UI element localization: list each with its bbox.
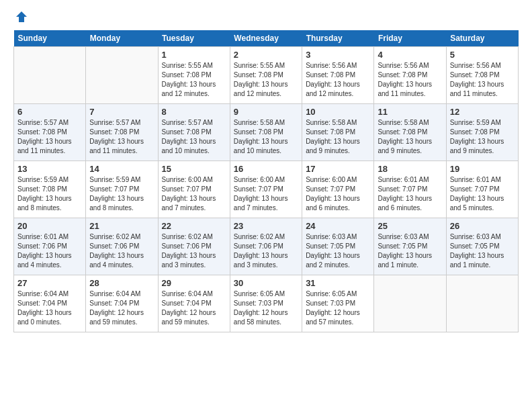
day-number: 30 — [234, 278, 298, 288]
day-number: 1 — [162, 50, 226, 60]
col-header-tuesday: Tuesday — [158, 30, 230, 47]
calendar-cell — [374, 275, 446, 332]
day-info: Sunrise: 6:04 AM Sunset: 7:04 PM Dayligh… — [17, 289, 82, 327]
day-info: Sunrise: 5:59 AM Sunset: 7:07 PM Dayligh… — [89, 175, 154, 213]
day-number: 26 — [450, 221, 515, 231]
day-info: Sunrise: 5:59 AM Sunset: 7:08 PM Dayligh… — [17, 175, 82, 213]
day-number: 28 — [89, 278, 154, 288]
day-number: 20 — [17, 221, 82, 231]
calendar-cell: 17Sunrise: 6:00 AM Sunset: 7:07 PM Dayli… — [302, 161, 374, 218]
calendar-cell: 9Sunrise: 5:58 AM Sunset: 7:08 PM Daylig… — [230, 104, 302, 161]
calendar-cell: 31Sunrise: 6:05 AM Sunset: 7:03 PM Dayli… — [302, 275, 374, 332]
logo — [13, 10, 28, 24]
day-info: Sunrise: 6:01 AM Sunset: 7:07 PM Dayligh… — [378, 175, 442, 213]
day-info: Sunrise: 5:56 AM Sunset: 7:08 PM Dayligh… — [378, 61, 442, 99]
week-row-5: 27Sunrise: 6:04 AM Sunset: 7:04 PM Dayli… — [14, 275, 519, 332]
calendar-cell: 18Sunrise: 6:01 AM Sunset: 7:07 PM Dayli… — [374, 161, 446, 218]
day-info: Sunrise: 5:57 AM Sunset: 7:08 PM Dayligh… — [162, 118, 226, 156]
day-number: 7 — [89, 107, 154, 117]
day-info: Sunrise: 5:58 AM Sunset: 7:08 PM Dayligh… — [234, 118, 298, 156]
calendar-cell: 20Sunrise: 6:01 AM Sunset: 7:06 PM Dayli… — [14, 218, 86, 275]
day-info: Sunrise: 6:03 AM Sunset: 7:05 PM Dayligh… — [450, 232, 515, 270]
day-info: Sunrise: 6:01 AM Sunset: 7:06 PM Dayligh… — [17, 232, 82, 270]
day-number: 3 — [306, 50, 370, 60]
day-number: 17 — [306, 164, 370, 174]
day-info: Sunrise: 5:58 AM Sunset: 7:08 PM Dayligh… — [378, 118, 442, 156]
week-row-4: 20Sunrise: 6:01 AM Sunset: 7:06 PM Dayli… — [14, 218, 519, 275]
logo-icon — [15, 10, 28, 24]
day-number: 12 — [450, 107, 515, 117]
day-info: Sunrise: 6:03 AM Sunset: 7:05 PM Dayligh… — [378, 232, 442, 270]
day-number: 14 — [89, 164, 154, 174]
day-info: Sunrise: 5:55 AM Sunset: 7:08 PM Dayligh… — [162, 61, 226, 99]
day-number: 23 — [234, 221, 298, 231]
calendar-cell: 4Sunrise: 5:56 AM Sunset: 7:08 PM Daylig… — [374, 47, 446, 104]
calendar-cell — [446, 275, 518, 332]
calendar-cell: 8Sunrise: 5:57 AM Sunset: 7:08 PM Daylig… — [158, 104, 230, 161]
day-info: Sunrise: 5:55 AM Sunset: 7:08 PM Dayligh… — [234, 61, 298, 99]
day-number: 2 — [234, 50, 298, 60]
col-header-friday: Friday — [374, 30, 446, 47]
day-info: Sunrise: 6:01 AM Sunset: 7:07 PM Dayligh… — [450, 175, 515, 213]
calendar-cell: 6Sunrise: 5:57 AM Sunset: 7:08 PM Daylig… — [14, 104, 86, 161]
calendar-cell: 25Sunrise: 6:03 AM Sunset: 7:05 PM Dayli… — [374, 218, 446, 275]
calendar-cell: 30Sunrise: 6:05 AM Sunset: 7:03 PM Dayli… — [230, 275, 302, 332]
day-number: 13 — [17, 164, 82, 174]
calendar-cell: 5Sunrise: 5:56 AM Sunset: 7:08 PM Daylig… — [446, 47, 518, 104]
calendar-cell: 7Sunrise: 5:57 AM Sunset: 7:08 PM Daylig… — [86, 104, 158, 161]
day-info: Sunrise: 6:02 AM Sunset: 7:06 PM Dayligh… — [234, 232, 298, 270]
calendar-cell: 23Sunrise: 6:02 AM Sunset: 7:06 PM Dayli… — [230, 218, 302, 275]
calendar-cell: 29Sunrise: 6:04 AM Sunset: 7:04 PM Dayli… — [158, 275, 230, 332]
day-number: 19 — [450, 164, 515, 174]
day-number: 10 — [306, 107, 370, 117]
calendar-cell: 12Sunrise: 5:59 AM Sunset: 7:08 PM Dayli… — [446, 104, 518, 161]
week-row-2: 6Sunrise: 5:57 AM Sunset: 7:08 PM Daylig… — [14, 104, 519, 161]
calendar-cell: 24Sunrise: 6:03 AM Sunset: 7:05 PM Dayli… — [302, 218, 374, 275]
day-number: 16 — [234, 164, 298, 174]
calendar-cell: 11Sunrise: 5:58 AM Sunset: 7:08 PM Dayli… — [374, 104, 446, 161]
calendar-cell: 28Sunrise: 6:04 AM Sunset: 7:04 PM Dayli… — [86, 275, 158, 332]
day-info: Sunrise: 6:02 AM Sunset: 7:06 PM Dayligh… — [89, 232, 154, 270]
day-number: 11 — [378, 107, 442, 117]
calendar-cell — [86, 47, 158, 104]
calendar-cell: 21Sunrise: 6:02 AM Sunset: 7:06 PM Dayli… — [86, 218, 158, 275]
day-info: Sunrise: 6:04 AM Sunset: 7:04 PM Dayligh… — [162, 289, 226, 327]
week-row-1: 1Sunrise: 5:55 AM Sunset: 7:08 PM Daylig… — [14, 47, 519, 104]
col-header-sunday: Sunday — [14, 30, 86, 47]
calendar-cell: 22Sunrise: 6:02 AM Sunset: 7:06 PM Dayli… — [158, 218, 230, 275]
week-row-3: 13Sunrise: 5:59 AM Sunset: 7:08 PM Dayli… — [14, 161, 519, 218]
col-header-saturday: Saturday — [446, 30, 518, 47]
day-number: 31 — [306, 278, 370, 288]
calendar-table: SundayMondayTuesdayWednesdayThursdayFrid… — [13, 30, 519, 332]
day-info: Sunrise: 5:59 AM Sunset: 7:08 PM Dayligh… — [450, 118, 515, 156]
day-info: Sunrise: 5:57 AM Sunset: 7:08 PM Dayligh… — [89, 118, 154, 156]
day-number: 8 — [162, 107, 226, 117]
day-info: Sunrise: 6:05 AM Sunset: 7:03 PM Dayligh… — [234, 289, 298, 327]
day-info: Sunrise: 6:02 AM Sunset: 7:06 PM Dayligh… — [162, 232, 226, 270]
day-info: Sunrise: 5:56 AM Sunset: 7:08 PM Dayligh… — [306, 61, 370, 99]
day-number: 24 — [306, 221, 370, 231]
day-info: Sunrise: 6:04 AM Sunset: 7:04 PM Dayligh… — [89, 289, 154, 327]
calendar-cell: 15Sunrise: 6:00 AM Sunset: 7:07 PM Dayli… — [158, 161, 230, 218]
col-header-wednesday: Wednesday — [230, 30, 302, 47]
day-info: Sunrise: 6:03 AM Sunset: 7:05 PM Dayligh… — [306, 232, 370, 270]
day-number: 27 — [17, 278, 82, 288]
day-info: Sunrise: 6:05 AM Sunset: 7:03 PM Dayligh… — [306, 289, 370, 327]
day-number: 29 — [162, 278, 226, 288]
day-info: Sunrise: 6:00 AM Sunset: 7:07 PM Dayligh… — [306, 175, 370, 213]
day-info: Sunrise: 5:56 AM Sunset: 7:08 PM Dayligh… — [450, 61, 515, 99]
day-number: 25 — [378, 221, 442, 231]
day-number: 6 — [17, 107, 82, 117]
page-container: SundayMondayTuesdayWednesdayThursdayFrid… — [0, 0, 532, 342]
calendar-cell: 1Sunrise: 5:55 AM Sunset: 7:08 PM Daylig… — [158, 47, 230, 104]
calendar-cell: 16Sunrise: 6:00 AM Sunset: 7:07 PM Dayli… — [230, 161, 302, 218]
col-header-monday: Monday — [86, 30, 158, 47]
day-number: 9 — [234, 107, 298, 117]
day-number: 4 — [378, 50, 442, 60]
calendar-cell: 19Sunrise: 6:01 AM Sunset: 7:07 PM Dayli… — [446, 161, 518, 218]
page-header — [13, 10, 519, 24]
calendar-cell: 27Sunrise: 6:04 AM Sunset: 7:04 PM Dayli… — [14, 275, 86, 332]
calendar-header-row: SundayMondayTuesdayWednesdayThursdayFrid… — [14, 30, 519, 47]
day-info: Sunrise: 6:00 AM Sunset: 7:07 PM Dayligh… — [162, 175, 226, 213]
day-number: 18 — [378, 164, 442, 174]
